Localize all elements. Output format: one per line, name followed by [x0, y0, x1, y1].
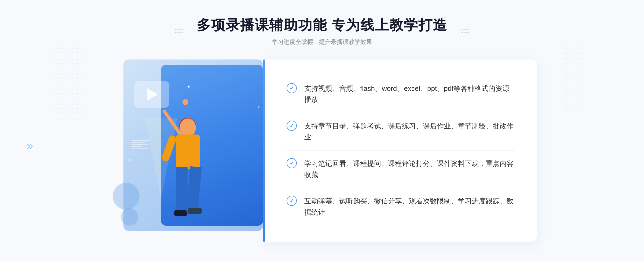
left-illustration-panel: ✦ ✦ » [107, 59, 263, 242]
feature-item-3: ✓ 学习笔记回看、课程提问、课程评论打分、课件资料下载，重点内容收藏 [287, 151, 515, 188]
header-deco-right [462, 29, 469, 33]
feature-item-1: ✓ 支持视频、音频、flash、word、excel、ppt、pdf等各种格式的… [287, 76, 515, 113]
figure-pants-left [176, 167, 188, 212]
check-circle-3: ✓ [287, 158, 297, 168]
star-icon-2: ✦ [257, 105, 260, 109]
right-features-panel: ✓ 支持视频、音频、flash、word、excel、ppt、pdf等各种格式的… [265, 59, 537, 242]
chevron-decoration-left: » [27, 139, 33, 152]
figure-arm-left [161, 135, 177, 162]
check-circle-4: ✓ [287, 196, 297, 206]
check-icon-3: ✓ [290, 160, 294, 166]
feature-text-4: 互动弹幕、试听购买、微信分享、观看次数限制、学习进度跟踪、数据统计 [304, 196, 515, 218]
check-circle-1: ✓ [287, 83, 297, 93]
figure-head [180, 118, 196, 137]
figure-pants-right [186, 166, 202, 210]
feature-text-3: 学习笔记回看、课程提问、课程评论打分、课件资料下载，重点内容收藏 [304, 158, 515, 180]
feature-item-4: ✓ 互动弹幕、试听购买、微信分享、观看次数限制、学习进度跟踪、数据统计 [287, 188, 515, 225]
separator-bar [263, 59, 265, 242]
dots-decoration-right [558, 43, 585, 110]
figure-shoe-right [188, 208, 202, 214]
check-icon-4: ✓ [290, 197, 294, 204]
header-deco-left [175, 29, 182, 33]
header-section: 多项录播课辅助功能 专为线上教学打造 学习进度全掌握，提升录播课教学效果 [197, 16, 447, 46]
content-wrapper: ✦ ✦ » [107, 59, 537, 242]
figure-torso [176, 135, 200, 169]
check-icon-2: ✓ [290, 122, 294, 129]
main-title: 多项录播课辅助功能 专为线上教学打造 [197, 16, 447, 34]
feature-item-2: ✓ 支持章节目录、弹题考试、课后练习、课后作业、章节测验、批改作业 [287, 113, 515, 151]
feature-text-2: 支持章节目录、弹题考试、课后练习、课后作业、章节测验、批改作业 [304, 121, 515, 143]
feature-text-1: 支持视频、音频、flash、word、excel、ppt、pdf等各种格式的资源… [304, 83, 515, 105]
dots-decoration-left [48, 43, 80, 123]
figure-shoe-left [174, 210, 187, 216]
check-icon-1: ✓ [290, 85, 294, 91]
check-circle-2: ✓ [287, 121, 297, 131]
sub-title: 学习进度全掌握，提升录播课教学效果 [197, 38, 447, 46]
page-container: » 多项录播课辅助功能 专为线上教学打造 学习进度全掌握，提升录播课教学效果 [0, 0, 644, 261]
figure-container [130, 81, 237, 242]
figure-hand [182, 99, 188, 105]
